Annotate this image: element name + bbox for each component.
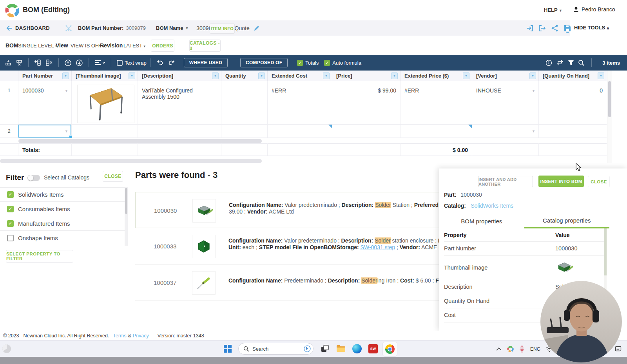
column-header[interactable]: [Vendor]▼ [472, 71, 539, 81]
column-filter-icon[interactable]: ▼ [129, 72, 135, 79]
delete-row-icon[interactable] [45, 59, 53, 66]
privacy-link[interactable]: Privacy [133, 333, 149, 339]
export-icon[interactable] [538, 24, 546, 32]
select-property-button[interactable]: SELECT PROPERTY TO FILTER [6, 250, 73, 263]
hide-tools-button[interactable]: HIDE TOOLS ∧ [574, 25, 609, 31]
column-header[interactable]: Extended Price ($)▼ [400, 71, 472, 81]
bom-level-dropdown[interactable]: SINGLE LEVEL ▾ [18, 43, 57, 49]
filter-list-scrollbar[interactable] [125, 187, 128, 246]
thumbnail-cell[interactable] [72, 125, 138, 138]
catalog-link[interactable]: SolidWorks Items [471, 203, 513, 209]
file-explorer-icon[interactable] [335, 343, 347, 355]
microphone-icon[interactable] [519, 346, 525, 353]
align-dropdown-icon[interactable] [94, 60, 105, 66]
extended-price-cell[interactable] [400, 125, 472, 138]
column-filter-icon[interactable]: ▼ [598, 72, 604, 79]
start-button[interactable] [222, 343, 234, 355]
select-all-toggle[interactable] [27, 175, 40, 181]
selected-cell[interactable]: ▼ [18, 125, 72, 138]
catalogs-button[interactable]: CATALOGS - 3 [189, 40, 221, 52]
column-filter-icon[interactable]: ▼ [529, 72, 536, 79]
thumbnail-cell[interactable] [72, 81, 138, 125]
composed-of-button[interactable]: COMPOSED OF [240, 58, 288, 67]
price-cell[interactable] [332, 125, 400, 138]
quantity-cell[interactable] [221, 125, 268, 138]
catalog-filter-item[interactable]: ✓ Manufactured Items [0, 216, 125, 231]
revision-dropdown[interactable]: LATEST ▾ [123, 43, 145, 49]
share-icon[interactable] [551, 24, 559, 32]
extended-cost-cell[interactable] [268, 125, 332, 138]
tab-bom-properties[interactable]: BOM properties [439, 214, 524, 228]
checkbox-icon[interactable]: ✓ [7, 206, 14, 212]
quantity-on-hand-cell[interactable] [539, 125, 607, 138]
info-icon[interactable] [545, 60, 552, 66]
orders-button[interactable]: ORDERS [151, 40, 174, 52]
column-header[interactable]: Extended Cost▼ [268, 71, 332, 81]
column-header[interactable]: [Description]▼ [138, 71, 221, 81]
save-icon[interactable] [564, 24, 571, 33]
part-number-cell[interactable]: 1000030▼ [18, 81, 72, 125]
price-cell[interactable]: $ 99.00 [332, 81, 400, 125]
where-used-button[interactable]: WHERE USED [184, 58, 228, 67]
bom-name-dropdown[interactable]: BOM Name ▼ [156, 25, 188, 31]
description-cell[interactable]: VariTable Configured Assembly 1500 [138, 81, 221, 125]
view-dropdown[interactable]: VIEW IS OFF ▾ [71, 43, 105, 49]
undo-icon[interactable] [156, 60, 164, 66]
text-wrap-checkbox[interactable] [117, 60, 123, 66]
catalog-filter-item[interactable]: ✓ Consumables Items [0, 202, 125, 216]
edge-browser-icon[interactable] [351, 343, 363, 355]
column-filter-icon[interactable]: ▼ [258, 72, 265, 79]
swap-columns-icon[interactable] [556, 60, 564, 66]
column-header[interactable]: Quantity▼ [221, 71, 268, 81]
column-filter-icon[interactable]: ▼ [391, 72, 398, 79]
move-down-icon[interactable] [76, 59, 83, 67]
description-cell[interactable] [138, 125, 221, 138]
totals-checkbox[interactable]: ✓ Totals [297, 60, 319, 66]
column-header[interactable]: [Thumbnail image]▼ [72, 71, 138, 81]
flatten-icon[interactable] [65, 24, 72, 32]
checkbox-icon[interactable]: ✓ [7, 220, 14, 227]
column-header[interactable]: [Price]▼ [332, 71, 400, 81]
item-info-button[interactable]: ITEM INFO [210, 24, 235, 34]
catalog-filter-item[interactable]: ✓ SolidWorks Items [0, 187, 125, 202]
extended-cost-cell[interactable]: #ERR [268, 81, 332, 125]
help-menu[interactable]: HELP ▼ [544, 7, 562, 13]
vendor-cell[interactable]: INHOUSE▼ [472, 81, 539, 125]
quantity-on-hand-cell[interactable]: 0 [539, 81, 607, 125]
column-filter-icon[interactable]: ▼ [323, 72, 330, 79]
catalog-filter-item[interactable]: Onshape Items [0, 231, 125, 245]
filter-close-button[interactable]: CLOSE [103, 171, 123, 182]
horizontal-scrollbar[interactable] [0, 159, 262, 163]
search-input[interactable]: Search [238, 343, 314, 355]
edit-name-icon[interactable] [254, 25, 260, 31]
vendor-cell[interactable]: ▼ [472, 125, 539, 138]
column-header[interactable]: Part Number▼ [18, 71, 72, 81]
add-level-icon[interactable] [5, 59, 12, 66]
task-view-icon[interactable] [319, 343, 331, 355]
recording-app-icon[interactable] [1, 343, 13, 355]
column-filter-icon[interactable]: ▼ [463, 72, 469, 79]
table-row[interactable]: 2 ▼ ▼ [0, 125, 607, 138]
filter-icon[interactable] [568, 60, 574, 66]
remove-level-icon[interactable] [16, 59, 23, 66]
move-up-icon[interactable] [64, 59, 72, 67]
back-to-dashboard[interactable]: DASHBOARD [6, 25, 50, 31]
openbom-tray-icon[interactable] [507, 346, 514, 352]
auto-formula-checkbox[interactable]: ✓ Auto formula [324, 60, 361, 66]
file-link[interactable]: SW-0031.step [361, 244, 395, 250]
terms-link[interactable]: Terms [113, 333, 126, 339]
import-icon[interactable] [526, 24, 534, 32]
extended-price-cell[interactable]: #ERR [400, 81, 472, 125]
insert-row-icon[interactable] [34, 59, 42, 66]
solidworks-icon[interactable]: SW [367, 343, 379, 355]
language-indicator[interactable]: ENG [530, 346, 540, 352]
panel-close-button[interactable]: CLOSE [588, 176, 610, 187]
column-filter-icon[interactable]: ▼ [62, 72, 69, 79]
chrome-icon[interactable] [382, 342, 397, 357]
tray-expand-icon[interactable] [496, 347, 502, 351]
tab-catalog-properties[interactable]: Catalog properties [524, 214, 610, 228]
user-menu[interactable]: Pedro Branco [573, 6, 615, 13]
redo-icon[interactable] [168, 60, 176, 66]
checkbox-icon[interactable] [7, 235, 14, 241]
insert-and-add-another-button[interactable]: INSERT AND ADD ANOTHER [478, 176, 533, 187]
